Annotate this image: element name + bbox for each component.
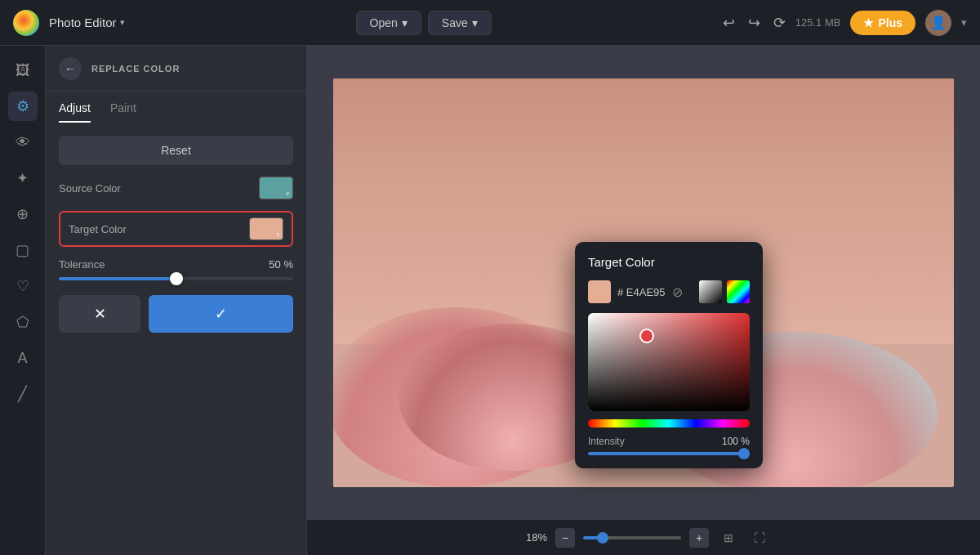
intensity-label: Intensity (588, 436, 625, 447)
zoom-thumb[interactable] (597, 532, 608, 544)
panel-tabs: Adjust Paint (46, 92, 306, 123)
source-color-row: Source Color (59, 177, 293, 199)
color-picker-popup: Target Color # E4AE95 ⊘ (575, 242, 763, 468)
reset-button[interactable]: Reset (59, 136, 293, 165)
user-avatar[interactable]: 👤 (925, 10, 951, 36)
color-gradient-box[interactable] (588, 313, 750, 411)
image-tool-btn[interactable]: 🖼 (8, 56, 38, 85)
tolerance-value: 50 % (269, 258, 293, 271)
tab-paint[interactable]: Paint (110, 101, 136, 123)
picker-intensity-header: Intensity 100 % (588, 436, 750, 447)
redo-button[interactable]: ↪ (748, 14, 760, 32)
picker-gradient-icons (699, 280, 750, 303)
confirm-icon: ✓ (215, 305, 227, 323)
memory-display: 125.1 MB (795, 16, 841, 29)
source-color-swatch[interactable] (259, 177, 293, 199)
panel-header: ← Replace Color (46, 46, 306, 92)
fit-view-button[interactable]: ⊞ (717, 526, 740, 549)
open-button[interactable]: Open ▾ (356, 11, 421, 35)
confirm-button[interactable]: ✓ (149, 295, 293, 333)
hex-swatch[interactable] (588, 280, 611, 303)
hex-value: # E4AE95 (617, 286, 666, 298)
tolerance-header: Tolerance 50 % (59, 258, 293, 271)
back-button[interactable]: ← (59, 57, 82, 80)
star-tool-btn[interactable]: ✦ (8, 163, 38, 193)
plus-star-icon: ★ (863, 16, 874, 29)
save-button[interactable]: Save ▾ (428, 11, 492, 35)
eye-tool-btn[interactable]: 👁 (8, 128, 38, 157)
target-color-swatch[interactable] (249, 217, 283, 240)
spectrum-gradient-icon[interactable] (727, 280, 750, 303)
topbar: Photo Editor ▾ Open ▾ Save ▾ ↩ ↪ ⟳ 125.1… (0, 0, 980, 46)
tolerance-slider[interactable] (59, 277, 293, 280)
zoom-out-button[interactable]: − (555, 528, 575, 548)
topbar-center: Open ▾ Save ▾ (135, 11, 713, 35)
eyedropper-button[interactable]: ⊘ (672, 284, 683, 300)
plus-button[interactable]: ★ Plus (850, 11, 915, 35)
cancel-button[interactable]: ✕ (59, 295, 140, 333)
side-panel: ← Replace Color Adjust Paint Reset Sourc… (46, 46, 307, 555)
main-content: 🖼 ⚙ 👁 ✦ ⊕ ▢ ♡ ⬠ A ╱ ← Replace Color Adju… (0, 46, 980, 555)
hue-strip (588, 419, 750, 427)
avatar-chevron[interactable]: ▾ (961, 16, 967, 29)
bottom-bar: 18% − + ⊞ ⛶ (307, 519, 980, 555)
brush-tool-btn[interactable]: ╱ (8, 379, 38, 409)
intensity-value: 100 % (722, 436, 750, 447)
topbar-icons: ↩ ↪ ⟳ (723, 14, 786, 32)
zoom-level: 18% (516, 531, 547, 544)
adjust-tool-btn[interactable]: ⚙ (8, 92, 38, 121)
tab-adjust[interactable]: Adjust (59, 101, 91, 123)
picker-hex-row: # E4AE95 ⊘ (588, 280, 750, 303)
tolerance-thumb[interactable] (170, 272, 183, 285)
fullscreen-button[interactable]: ⛶ (748, 526, 771, 549)
action-buttons: ✕ ✓ (59, 295, 293, 333)
app-logo (13, 10, 39, 36)
tolerance-label: Tolerance (59, 258, 105, 271)
target-color-row[interactable]: Target Color (59, 211, 293, 247)
hue-strip-container[interactable] (588, 419, 750, 427)
intensity-thumb[interactable] (738, 448, 750, 459)
repeat-button[interactable]: ⟳ (773, 14, 786, 32)
picker-title: Target Color (588, 255, 750, 269)
heart-tool-btn[interactable]: ♡ (8, 271, 38, 301)
square-tool-btn[interactable]: ▢ (8, 235, 38, 265)
cancel-icon: ✕ (94, 305, 106, 323)
intensity-slider[interactable] (588, 452, 750, 455)
panel-title: Replace Color (91, 64, 180, 74)
app-title[interactable]: Photo Editor ▾ (49, 16, 125, 29)
zoom-in-button[interactable]: + (689, 528, 709, 548)
canvas-area: · · · · · · · · · · · · · · · · · · · · … (307, 46, 980, 555)
source-color-label: Source Color (59, 182, 121, 195)
zoom-slider[interactable] (583, 536, 681, 539)
tolerance-row: Tolerance 50 % (59, 258, 293, 280)
canvas-container: · · · · · · · · · · · · · · · · · · · · … (307, 46, 980, 519)
dark-gradient (588, 313, 750, 411)
undo-button[interactable]: ↩ (723, 14, 735, 32)
target-color-label: Target Color (69, 223, 127, 235)
text-tool-btn[interactable]: A (8, 343, 38, 373)
panel-body: Reset Source Color Target Color Toleranc… (46, 123, 306, 346)
app-title-chevron: ▾ (120, 17, 125, 28)
icon-bar: 🖼 ⚙ 👁 ✦ ⊕ ▢ ♡ ⬠ A ╱ (0, 46, 46, 555)
bw-gradient-icon[interactable] (699, 280, 722, 303)
shape-tool-btn[interactable]: ⬠ (8, 307, 38, 337)
nodes-tool-btn[interactable]: ⊕ (8, 199, 38, 229)
app-title-text: Photo Editor (49, 16, 117, 29)
